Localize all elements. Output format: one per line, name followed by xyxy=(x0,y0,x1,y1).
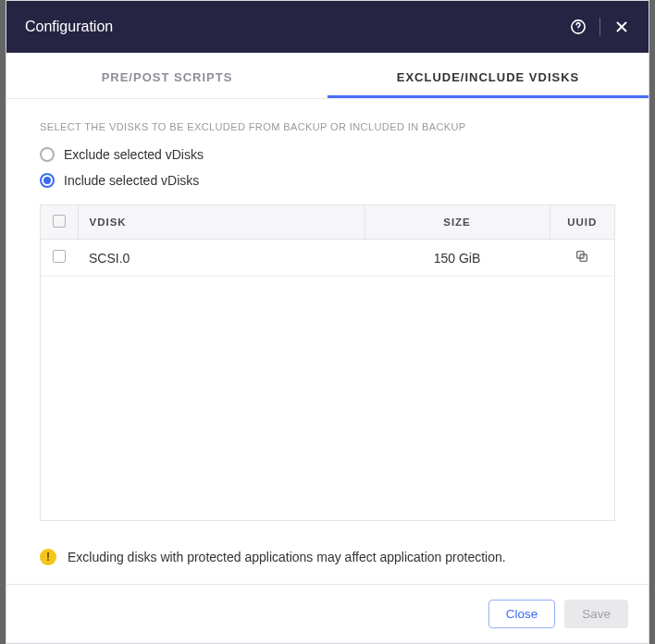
radio-group: Exclude selected vDisks Include selected… xyxy=(40,147,615,188)
table-empty-area xyxy=(41,277,614,520)
radio-icon xyxy=(40,173,55,188)
instructions-text: Select the vDisks to be excluded from ba… xyxy=(40,121,615,132)
warning-row: ! Excluding disks with protected applica… xyxy=(6,536,649,584)
radio-include-label: Include selected vDisks xyxy=(64,173,199,188)
warning-text: Excluding disks with protected applicati… xyxy=(68,550,506,564)
row-checkbox[interactable] xyxy=(53,250,66,263)
table-row[interactable]: SCSI.0 150 GiB xyxy=(41,240,614,277)
radio-include[interactable]: Include selected vDisks xyxy=(40,173,615,188)
copy-icon[interactable] xyxy=(575,249,589,264)
row-uuid-cell xyxy=(550,240,614,277)
table-header-row: vDisk Size UUID xyxy=(41,205,614,240)
row-checkbox-cell xyxy=(41,240,78,277)
close-icon[interactable] xyxy=(613,19,630,35)
header-uuid: UUID xyxy=(550,205,614,240)
close-button[interactable]: Close xyxy=(488,600,556,628)
header-divider xyxy=(599,18,600,36)
modal-footer: Close Save xyxy=(6,585,649,643)
help-icon[interactable] xyxy=(570,19,587,35)
header-vdisk: vDisk xyxy=(78,205,365,240)
radio-icon xyxy=(40,147,55,162)
row-vdisk-name: SCSI.0 xyxy=(78,240,365,277)
select-all-checkbox[interactable] xyxy=(53,215,66,228)
tab-bar: Pre/Post Scripts Exclude/Include vDisks xyxy=(6,53,649,99)
tab-prepost-scripts[interactable]: Pre/Post Scripts xyxy=(6,58,328,98)
modal-body: Select the vDisks to be excluded from ba… xyxy=(6,99,649,536)
header-size: Size xyxy=(365,205,550,240)
row-size: 150 GiB xyxy=(365,240,550,277)
save-button[interactable]: Save xyxy=(564,600,628,628)
header-checkbox-cell xyxy=(41,205,78,240)
header-actions xyxy=(570,18,630,36)
modal-title: Configuration xyxy=(25,19,113,35)
modal-header: Configuration xyxy=(6,1,649,53)
configuration-modal: Configuration Pre/Post Scripts Exclude/I… xyxy=(6,0,649,644)
radio-exclude[interactable]: Exclude selected vDisks xyxy=(40,147,615,162)
radio-exclude-label: Exclude selected vDisks xyxy=(64,147,204,162)
warning-icon: ! xyxy=(40,549,56,565)
tab-exclude-include-vdisks[interactable]: Exclude/Include vDisks xyxy=(328,58,649,98)
svg-point-1 xyxy=(578,30,579,31)
vdisk-table: vDisk Size UUID SCSI.0 150 GiB xyxy=(40,204,615,521)
